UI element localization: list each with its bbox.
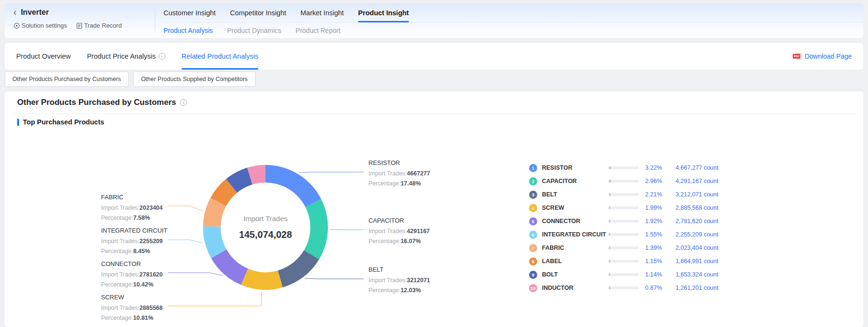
filter-supplied-by-competitors-button[interactable]: Other Products Supplied by Competitors <box>133 72 255 87</box>
trade-record-button[interactable]: Trade Record <box>76 22 122 29</box>
legend-rank-badge: 1 <box>529 164 537 172</box>
legend-count: 2,885,568 count <box>662 204 718 211</box>
legend-row-bolt[interactable]: 9BOLT1.14%1,653,324 count <box>529 268 720 281</box>
page-title: Inverter <box>21 8 49 17</box>
legend-progress-fill <box>609 166 611 169</box>
legend-share-percentage: 1.55% <box>639 231 662 238</box>
callout-percentage: Percentage:10.42% <box>101 280 225 290</box>
callout-line-belt <box>305 278 364 279</box>
legend-progress-bar <box>609 286 639 289</box>
legend-product-name: RESISTOR <box>542 164 609 171</box>
legend-product-name: INTEGRATED CIRCUIT <box>542 231 609 238</box>
callout-integrated-circuit: INTEGRATED CIRCUITImport Trades:2255209P… <box>101 227 225 256</box>
callout-import-trades: Import Trades:2255209 <box>101 236 225 246</box>
nav-product-overview[interactable]: Product Overview <box>16 43 71 70</box>
page: ‹ Inverter Solution settings Trade Recor… <box>0 0 868 327</box>
callout-product-name: INTEGRATED CIRCUIT <box>101 227 225 234</box>
solution-settings-button[interactable]: Solution settings <box>13 22 67 29</box>
legend-share-percentage: 1.39% <box>639 245 662 251</box>
subtab-product-analysis[interactable]: Product Analysis <box>163 27 213 34</box>
header-left: ‹ Inverter Solution settings Trade Recor… <box>13 8 122 29</box>
legend-progress-fill <box>609 246 610 249</box>
callout-connector: CONNECTORImport Trades:2781620Percentage… <box>101 260 225 290</box>
legend-product-name: CAPACITOR <box>542 178 609 184</box>
legend-rank-badge: 3 <box>529 191 537 199</box>
tab-product-insight[interactable]: Product Insight <box>358 3 408 22</box>
trade-record-label: Trade Record <box>84 22 122 29</box>
legend-row-connector[interactable]: 5CONNECTOR1.92%2,781,620 count <box>529 215 720 228</box>
legend-progress-fill <box>609 286 610 289</box>
tab-market-insight[interactable]: Market Insight <box>300 3 344 22</box>
legend-row-capacitor[interactable]: 2CAPACITOR2.96%4,291,167 count <box>529 174 720 188</box>
donut-segment-belt[interactable] <box>278 250 319 287</box>
legend-rank-badge: 9 <box>529 271 537 279</box>
legend-progress-fill <box>609 180 611 183</box>
legend-progress-bar <box>609 246 639 249</box>
legend-row-screw[interactable]: 4SCREW1.99%2,885,568 count <box>529 201 720 215</box>
callout-screw: SCREWImport Trades:2885568Percentage:10.… <box>101 294 225 323</box>
callout-percentage: Percentage:8.45% <box>101 246 225 256</box>
nav-items: Product Overview Product Price Analysis … <box>16 43 258 70</box>
chart-legend: 1RESISTOR3.22%4,667,277 count2CAPACITOR2… <box>529 161 720 295</box>
callout-import-trades: Import Trades:2781620 <box>101 270 225 280</box>
donut-segment-screw[interactable] <box>241 269 283 290</box>
nav-related-product-analysis-label: Related Product Analysis <box>182 52 258 60</box>
legend-row-belt[interactable]: 3BELT2.21%3,212,071 count <box>529 188 720 201</box>
tab-competitor-insight[interactable]: Competitor Insight <box>230 3 286 22</box>
callout-percentage: Percentage:7.58% <box>101 213 225 223</box>
donut-center: Import Trades 145,074,028 <box>218 215 313 240</box>
legend-row-label[interactable]: 8LABEL1.15%1,664,991 count <box>529 255 720 268</box>
donut-center-label: Import Trades <box>218 215 313 223</box>
callout-capacitor: CAPACITORImport Trades:4291167Percentage… <box>368 217 492 246</box>
callout-line-resistor <box>299 172 364 173</box>
legend-progress-fill <box>609 193 611 196</box>
subtab-product-report[interactable]: Product Report <box>296 27 340 34</box>
callout-belt: BELTImport Trades:3212071Percentage:12.0… <box>368 266 492 296</box>
callout-percentage: Percentage:12.03% <box>368 286 492 296</box>
callout-product-name: BELT <box>368 266 492 273</box>
legend-share-percentage: 3.22% <box>639 164 662 171</box>
legend-row-fabric[interactable]: 7FABRIC1.39%2,023,404 count <box>529 241 720 255</box>
callout-percentage: Percentage:17.48% <box>368 179 492 189</box>
callout-fabric: FABRICImport Trades:2023404Percentage:7.… <box>101 194 225 223</box>
sub-tabs-row: Product Analysis Product Dynamics Produc… <box>163 22 863 39</box>
donut-center-value: 145,074,028 <box>218 229 313 240</box>
legend-progress-bar <box>609 273 639 276</box>
legend-count: 3,212,071 count <box>662 191 718 198</box>
legend-rank-badge: 7 <box>529 244 537 252</box>
callout-resistor: RESISTORImport Trades:4667277Percentage:… <box>368 159 492 189</box>
legend-rank-badge: 4 <box>529 204 537 212</box>
callout-percentage: Percentage:10.81% <box>101 313 225 323</box>
legend-row-integrated-circuit[interactable]: 6INTEGRATED CIRCUIT1.55%2,255,209 count <box>529 228 720 241</box>
legend-row-inductor[interactable]: 10INDUCTOR0.87%1,261,201 count <box>529 281 720 295</box>
callout-import-trades: Import Trades:3212071 <box>368 276 492 286</box>
callout-line-capacitor <box>330 229 364 230</box>
header-card: ‹ Inverter Solution settings Trade Recor… <box>5 3 863 38</box>
legend-product-name: BELT <box>542 191 609 198</box>
legend-count: 1,261,201 count <box>662 285 718 291</box>
info-icon[interactable]: i <box>159 53 165 60</box>
back-icon[interactable]: ‹ <box>13 7 17 17</box>
legend-progress-bar <box>609 180 639 183</box>
legend-row-resistor[interactable]: 1RESISTOR3.22%4,667,277 count <box>529 161 720 174</box>
main-panel: Other Products Purchased by Customers i … <box>5 92 863 327</box>
subtab-product-dynamics[interactable]: Product Dynamics <box>227 27 282 34</box>
legend-rank-badge: 8 <box>529 257 537 266</box>
legend-count: 4,667,277 count <box>662 164 718 171</box>
nav-product-price-analysis-label: Product Price Analysis <box>87 52 155 60</box>
download-page-label: Download Page <box>805 52 852 60</box>
legend-rank-badge: 6 <box>529 231 537 239</box>
download-page-link[interactable]: PDF Download Page <box>793 43 852 70</box>
legend-share-percentage: 1.99% <box>639 204 662 211</box>
callout-import-trades: Import Trades:2885568 <box>101 303 225 313</box>
legend-product-name: BOLT <box>542 271 609 278</box>
callout-percentage: Percentage:16.07% <box>368 236 492 246</box>
nav-product-price-analysis[interactable]: Product Price Analysis i <box>87 43 165 70</box>
legend-product-name: SCREW <box>542 204 609 211</box>
callout-product-name: CAPACITOR <box>368 217 492 224</box>
donut-segment-resistor[interactable] <box>266 165 321 207</box>
legend-product-name: CONNECTOR <box>542 218 609 225</box>
filter-purchased-by-customers-button[interactable]: Other Products Purchased by Customers <box>5 72 129 87</box>
tab-customer-insight[interactable]: Customer Insight <box>163 3 216 22</box>
nav-related-product-analysis[interactable]: Related Product Analysis <box>182 43 258 70</box>
